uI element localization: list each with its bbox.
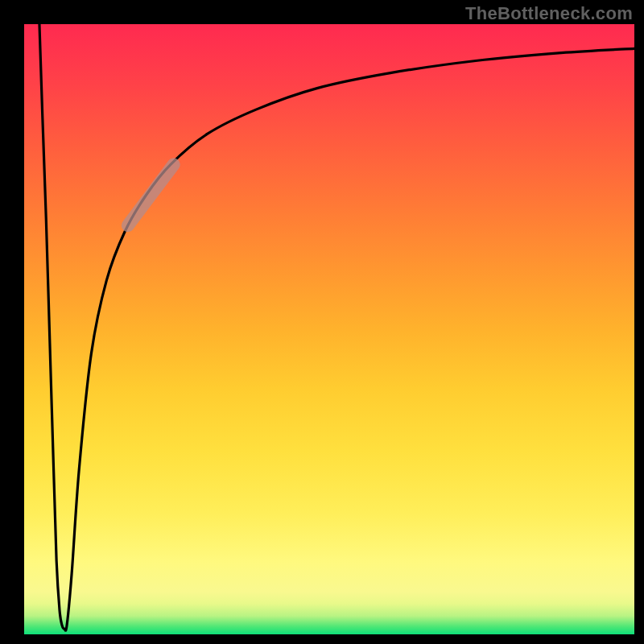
plot-area <box>24 24 634 634</box>
curve-layer <box>24 24 634 634</box>
watermark-text: TheBottleneck.com <box>465 3 633 24</box>
chart-frame: TheBottleneck.com <box>0 0 644 644</box>
curve-left-drop <box>39 24 634 630</box>
highlight-segment <box>128 164 174 225</box>
